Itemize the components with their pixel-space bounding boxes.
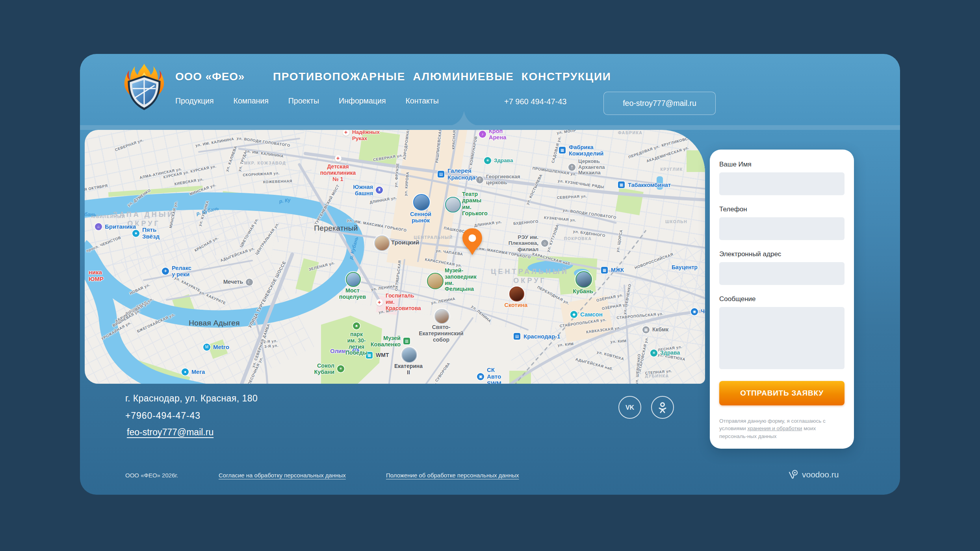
poi-label: Самсон bbox=[580, 311, 603, 318]
poi-photo-icon[interactable] bbox=[346, 272, 361, 287]
poi-label: Metro bbox=[213, 344, 229, 351]
poi-icon[interactable]: ★ bbox=[132, 230, 139, 237]
poi-label: Екатерина II bbox=[394, 363, 423, 376]
poi-photo-icon[interactable] bbox=[427, 273, 444, 289]
poi-label: Свято- Екатерининский собор bbox=[419, 324, 463, 343]
poi-label: Сенной рынок bbox=[410, 211, 431, 224]
poi-label: парк им. 30- летия Победы bbox=[345, 331, 368, 356]
poi-label: Пять Звёзд bbox=[142, 227, 160, 240]
poi-icon[interactable]: ⌂ bbox=[541, 240, 548, 247]
policy-link[interactable]: Положение об обработке персональных данн… bbox=[386, 472, 519, 479]
poi-label: Сокол Кубани bbox=[314, 362, 334, 375]
message-textarea[interactable] bbox=[719, 307, 845, 369]
poi-icon[interactable]: ▣ bbox=[477, 373, 484, 380]
poi-label: Госпиталь им. Красовитова bbox=[386, 293, 421, 311]
email-label: Электронный адрес bbox=[719, 250, 781, 258]
svg-text:VK: VK bbox=[625, 404, 635, 411]
poi-photo-icon[interactable] bbox=[401, 347, 417, 363]
consent-link[interactable]: Согласие на обработку персональных данны… bbox=[219, 472, 346, 479]
district-label: МКР. КОЖЗАВОД bbox=[244, 161, 286, 165]
header-phone[interactable]: +7 960 494-47-43 bbox=[504, 97, 566, 106]
email-input[interactable] bbox=[719, 262, 845, 285]
poi-icon[interactable]: ◆ bbox=[570, 311, 577, 318]
medical-poi-icon[interactable]: + bbox=[343, 130, 349, 136]
poi-label: ника ЮМР bbox=[89, 269, 104, 283]
poi-label: Южная башня bbox=[353, 184, 373, 197]
poi-icon[interactable]: ☾ bbox=[246, 279, 253, 286]
district-label: ШКОЛЬН bbox=[665, 219, 687, 224]
phone-input[interactable] bbox=[719, 217, 845, 240]
district-label: КРУГЛИК bbox=[660, 167, 683, 172]
header-email-button[interactable]: feo-stroy777@mail.ru bbox=[603, 92, 716, 115]
poi-label: В Надёжных Руках bbox=[352, 130, 380, 141]
poi-icon[interactable]: ♜ bbox=[376, 187, 383, 194]
poi-icon[interactable]: ✈ bbox=[162, 268, 169, 275]
poi-icon[interactable]: ♪ bbox=[479, 131, 486, 138]
copyright: ООО «ФЕО» 2026г. bbox=[125, 472, 178, 479]
poi-icon[interactable]: ▦ bbox=[559, 147, 566, 153]
name-input[interactable] bbox=[719, 172, 845, 195]
poi-icon[interactable]: ▦ bbox=[618, 181, 625, 188]
nav-item-contacts[interactable]: Контакты bbox=[405, 96, 438, 105]
footer-email-link[interactable]: feo-stroy777@mail.ru bbox=[127, 427, 213, 438]
poi-label: Здрава bbox=[494, 157, 513, 163]
district-label: ФАБРИКА bbox=[618, 130, 643, 135]
poi-icon[interactable]: ▦ bbox=[642, 326, 650, 333]
poi-label: Здрава bbox=[660, 350, 680, 356]
nav-item-info[interactable]: Информация bbox=[339, 96, 386, 105]
submit-button[interactable]: ОТПРАВИТЬ ЗАЯВКУ bbox=[719, 381, 845, 405]
nav-item-products[interactable]: Продукция bbox=[175, 96, 214, 105]
poi-label: Детская поликлиника № 1 bbox=[320, 164, 356, 182]
poi-label: Краснодар-1 bbox=[523, 333, 560, 340]
page-title: ПРОТИВОПОЖАРНЫЕ АЛЮМИНИЕВЫЕ КОНСТРУКЦИИ bbox=[273, 70, 611, 83]
poi-icon[interactable]: M bbox=[203, 344, 210, 351]
page: { "header":{ "company":"ООО «ФЕО»", "tag… bbox=[0, 0, 980, 551]
poi-icon[interactable]: ▤ bbox=[438, 171, 444, 178]
poi-icon[interactable]: ✳ bbox=[484, 157, 491, 164]
town-label: Перекатный bbox=[314, 224, 358, 233]
poi-icon[interactable]: ✳ bbox=[650, 349, 657, 357]
ok-social-button[interactable] bbox=[651, 396, 674, 419]
poi-label: Ккбмк bbox=[652, 327, 668, 333]
vk-social-button[interactable]: VK bbox=[618, 396, 641, 419]
medical-poi-icon[interactable]: + bbox=[335, 155, 342, 162]
poi-photo-icon[interactable] bbox=[374, 235, 390, 251]
poi-icon[interactable]: ◉ bbox=[691, 308, 698, 315]
poi-photo-icon[interactable] bbox=[509, 287, 524, 301]
site-credit[interactable]: voodoo.ru bbox=[788, 469, 839, 480]
poi-icon[interactable]: ▤ bbox=[514, 333, 520, 340]
disclaimer-terms-link[interactable]: хранения и обработки bbox=[747, 425, 802, 431]
poi-icon[interactable]: † bbox=[476, 176, 483, 183]
district-label: ДУБИНКА bbox=[645, 373, 669, 378]
footer-phone[interactable]: +7960-494-47-43 bbox=[125, 410, 200, 421]
poi-label: РЭУ им. Плеханова, филиал bbox=[509, 234, 538, 252]
poi-icon[interactable]: ▥ bbox=[403, 338, 410, 344]
company-logo-icon bbox=[117, 63, 171, 115]
poi-icon[interactable]: ⌂ bbox=[95, 223, 102, 230]
nav-item-company[interactable]: Компания bbox=[234, 96, 269, 105]
nav-item-projects[interactable]: Проекты bbox=[288, 96, 319, 105]
location-pin-icon[interactable] bbox=[461, 227, 483, 256]
poi-label: Музей- заповедник им. Фелицына bbox=[445, 268, 477, 292]
poi-icon[interactable]: ▦ bbox=[601, 267, 608, 274]
poi-label: Табаккомбинат bbox=[628, 182, 671, 188]
city-map[interactable]: ул. ИМ. КАЛИНИНАул. ВОЛОДИ ГОЛОВАТОГОул.… bbox=[85, 130, 705, 384]
contact-form: Ваше Имя Телефон Электронный адрес Сообщ… bbox=[710, 150, 854, 449]
poi-icon[interactable]: ♣ bbox=[353, 322, 360, 329]
medical-poi-icon[interactable]: + bbox=[376, 299, 383, 306]
poi-label: Фабрика Кожизделий bbox=[569, 144, 603, 157]
poi-label: Скотина bbox=[505, 302, 528, 308]
poi-photo-icon[interactable] bbox=[413, 194, 430, 211]
phone-label: Телефон bbox=[719, 205, 747, 213]
poi-photo-icon[interactable] bbox=[575, 271, 592, 288]
poi-icon[interactable]: † bbox=[568, 164, 575, 171]
poi-label: WMT bbox=[376, 352, 389, 359]
poi-label: Церковь Архангела Михаила bbox=[578, 159, 605, 176]
poi-icon[interactable]: ● bbox=[182, 368, 189, 375]
poi-label: Чем bbox=[701, 309, 705, 315]
poi-photo-icon[interactable] bbox=[434, 309, 449, 324]
main-nav: Продукция Компания Проекты Информация Ко… bbox=[175, 96, 439, 105]
poi-icon[interactable]: ✳ bbox=[337, 365, 344, 372]
poi-photo-icon[interactable] bbox=[445, 197, 461, 213]
poi-label: СК Авто SWM bbox=[487, 367, 501, 384]
